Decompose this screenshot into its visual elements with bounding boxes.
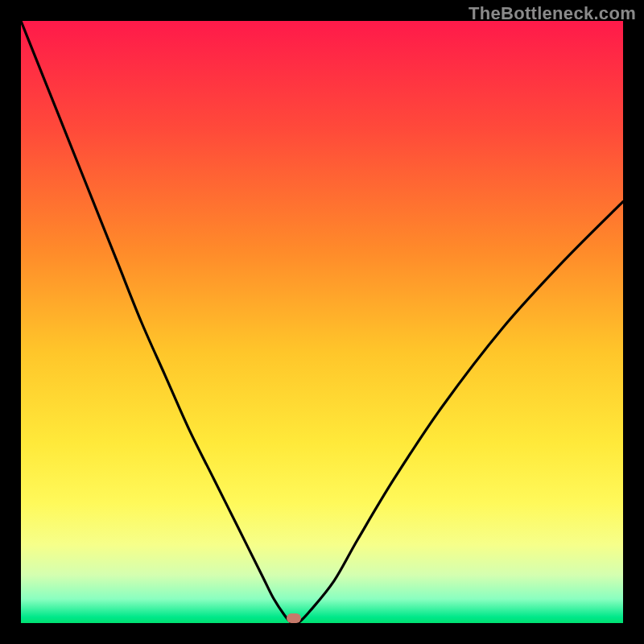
chart-frame: TheBottleneck.com [0,0,644,644]
gradient-background [21,21,623,623]
min-marker [287,613,301,623]
watermark-text: TheBottleneck.com [469,3,636,24]
